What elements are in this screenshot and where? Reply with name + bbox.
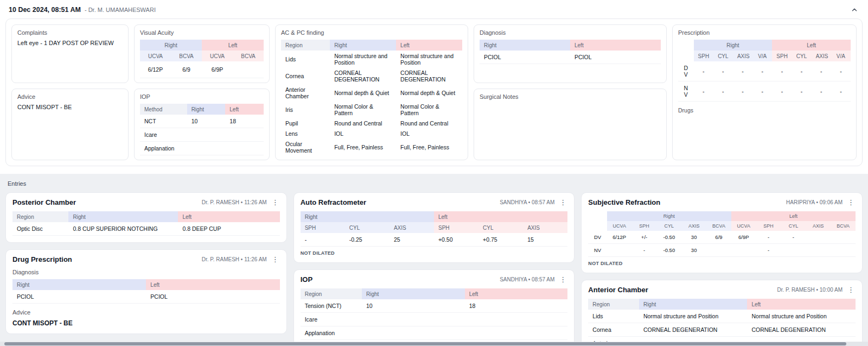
column-header: Region <box>12 211 68 222</box>
table-cell: -0.50 <box>656 231 681 244</box>
card-title: Diagnosis <box>480 29 661 36</box>
table-cell: PCIOL <box>12 290 146 304</box>
column-header: CYL <box>345 222 390 233</box>
visual-acuity-table: RightLeftUCVABCVAUCVABCVA6/12P6/96/9P <box>140 40 264 78</box>
table-row: CorneaCORNEAL DEGENERATIONCORNEAL DEGENE… <box>281 67 462 84</box>
column-header: Left <box>396 40 462 51</box>
card-title: Complaints <box>17 29 123 36</box>
row-label: Cornea <box>588 323 639 337</box>
table-cell <box>731 244 756 257</box>
table-cell: - <box>792 61 811 81</box>
card-title: Surgical Notes <box>480 93 661 100</box>
table-row: NV-------- <box>678 81 851 102</box>
column-header: BCVA <box>831 221 856 231</box>
table-cell: - <box>831 81 851 102</box>
row-label: Tension (NCT) <box>301 299 362 313</box>
entry-author-time: Dr. P. RAMESH • 11:26 AM <box>202 256 267 262</box>
table-row: NV--0.5030- <box>588 244 856 257</box>
kebab-menu-icon[interactable]: ⋮ <box>558 199 567 206</box>
table-cell: - <box>812 81 831 102</box>
table-cell <box>607 244 632 257</box>
iop-summary-table: MethodRightLeftNCT1018IcareApplanation <box>140 104 264 155</box>
table-cell: 6/9P <box>202 61 233 78</box>
entry-card-header: Anterior Chamber Dr. P. RAMESH • 10:00 A… <box>588 286 856 294</box>
table-cell <box>362 326 465 340</box>
column-header: BCVA <box>706 221 731 231</box>
summary-panel: Complaints Left eye - 1 DAY POST OP REVI… <box>5 18 863 166</box>
table-cell: - <box>733 61 752 81</box>
table-cell: - <box>831 61 851 81</box>
table-cell: +/- <box>632 231 657 244</box>
table-cell: CORNEAL DEGENERATION <box>330 67 396 84</box>
summary-card-ac-pc-finding: AC & PC finding RegionRightLeftLidsNorma… <box>275 24 468 160</box>
table-cell <box>806 244 831 257</box>
table-row: Tension (NCT)1018 <box>301 299 568 313</box>
row-label: Iris <box>281 101 330 118</box>
kebab-menu-icon[interactable]: ⋮ <box>846 199 856 206</box>
table-cell: CORNEAL DEGENERATION <box>747 323 856 337</box>
table-cell: 6/9 <box>171 61 202 78</box>
column-header: Left <box>747 299 856 310</box>
table-cell <box>465 326 568 340</box>
table-row: IrisNormal Color & PatternNormal Color &… <box>281 101 462 118</box>
column-header: Region <box>301 288 362 299</box>
entry-card-header: Subjective Refraction HARIPRIYA • 09:06 … <box>588 198 856 206</box>
column-header: AXIS <box>681 221 706 231</box>
table-cell: Round and Central <box>396 118 462 128</box>
column-header: Right <box>301 211 434 222</box>
column-header: BCVA <box>233 51 264 61</box>
table-cell: - <box>713 61 733 81</box>
table-row: Ocular MovementFull, Free, PainlessFull,… <box>281 139 462 155</box>
table-cell: 0.8 CUP SUPERIOR NOTCHING <box>68 222 178 236</box>
kebab-menu-icon[interactable]: ⋮ <box>271 256 280 263</box>
column-header: UCVA <box>140 51 171 61</box>
table-cell: - <box>694 61 713 81</box>
table-row: Applanation <box>140 142 264 155</box>
visit-doctor: - Dr. M. UMAMAHESWARI <box>85 7 156 13</box>
row-label: NCT <box>140 115 187 128</box>
table-cell: -0.25 <box>345 233 390 247</box>
table-cell <box>187 142 226 155</box>
table-cell: IOL <box>396 128 462 139</box>
column-header: V/A <box>831 51 851 61</box>
table-cell <box>362 313 465 326</box>
table-cell <box>831 231 856 244</box>
entry-author-time: SANDHIYA • 08:57 AM <box>500 276 554 282</box>
table-cell: 25 <box>390 233 434 247</box>
entries-grid: Posterior Chamber Dr. P. RAMESH • 11:26 … <box>5 192 863 346</box>
summary-card-iop: IOP MethodRightLeftNCT1018IcareApplanati… <box>134 89 270 160</box>
horizontal-scrollbar[interactable] <box>0 342 868 346</box>
row-label: Icare <box>140 128 187 142</box>
column-header: AXIS <box>806 221 831 231</box>
kebab-menu-icon[interactable]: ⋮ <box>846 286 856 293</box>
table-cell <box>465 313 568 326</box>
table-cell: +0.75 <box>478 233 523 247</box>
prescription-table: RightLeftSPHCYLAXISV/ASPHCYLAXISV/ADV---… <box>678 40 851 102</box>
scrollbar-thumb[interactable] <box>4 342 846 345</box>
row-label: Lids <box>281 51 330 67</box>
column-header: Right <box>480 40 570 51</box>
column-header: Right <box>694 40 773 51</box>
table-row: DV6/12P+/--0.50306/96/9P-- <box>588 231 856 244</box>
column-header <box>588 211 607 221</box>
column-header: UCVA <box>731 221 756 231</box>
entry-card-header: IOP SANDHIYA • 08:57 AM ⋮ <box>301 275 568 284</box>
kebab-menu-icon[interactable]: ⋮ <box>558 276 567 283</box>
table-cell: -0.50 <box>656 244 681 257</box>
table-cell: 30 <box>681 231 706 244</box>
row-label: Lids <box>588 310 639 323</box>
column-header: CYL <box>713 51 733 61</box>
summary-card-prescription: Prescription RightLeftSPHCYLAXISV/ASPHCY… <box>672 24 857 160</box>
column-header: UCVA <box>607 221 632 231</box>
table-cell: PCIOL <box>570 51 661 64</box>
column-header: Region <box>281 40 330 51</box>
complaints-text: Left eye - 1 DAY POST OP REVIEW <box>17 40 123 46</box>
column-header: SPH <box>301 222 345 233</box>
kebab-menu-icon[interactable]: ⋮ <box>271 199 280 206</box>
table-cell: Round and Central <box>330 118 396 128</box>
iop-entry-table: RegionRightLeftTension (NCT)1018IcareApp… <box>301 288 568 346</box>
column-header <box>678 40 694 51</box>
chevron-up-icon[interactable] <box>851 6 858 14</box>
table-cell: 6/9P <box>731 231 756 244</box>
column-header: Right <box>362 288 465 299</box>
